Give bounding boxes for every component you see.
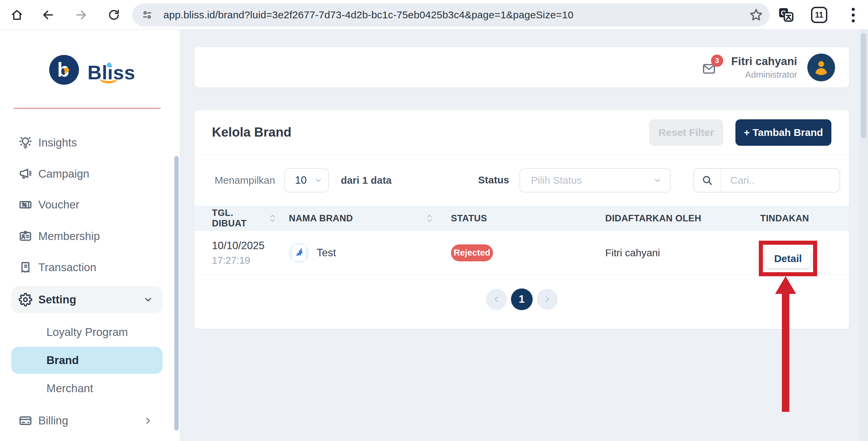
bliss-logo-icon[interactable]: b [49,55,79,85]
reload-icon[interactable] [106,7,122,23]
sidebar-item-label: Billing [38,414,68,427]
bird-logo-icon [293,247,305,259]
translate-icon[interactable]: G [777,6,795,24]
cell-status: Rejected [451,244,605,261]
sidebar-item-campaign[interactable]: Campaign [11,160,163,187]
page-scrollbar-thumb[interactable] [861,33,866,138]
cell-brand: Test [289,243,451,263]
sidebar-item-label: Voucher [38,198,79,211]
site-settings-icon[interactable] [141,9,153,21]
page-size-value: 10 [295,174,307,186]
notification-badge: 3 [711,55,723,67]
user-info: Fitri cahyani Administrator [731,55,797,80]
sidebar-item-membership[interactable]: Membership [11,223,163,250]
extensions-icon[interactable]: 11 [811,6,829,24]
column-header-brand: NAMA BRAND [289,213,451,224]
bookmark-star-icon[interactable] [749,8,763,22]
search-input[interactable] [721,175,840,186]
sidebar-item-voucher[interactable]: Voucher [11,191,163,218]
annotation-arrow-head [775,276,796,294]
row-date: 10/10/2025 [212,240,289,252]
search-icon[interactable] [694,174,721,186]
annotation-arrow-shaft [782,293,789,412]
back-icon[interactable] [40,7,56,23]
screen: app.bliss.id/brand?luid=3e2f2677-7d73-4d… [0,0,868,441]
status-select[interactable]: Pilih Status [519,168,671,193]
brand-logo [289,243,309,263]
home-icon[interactable] [9,7,25,23]
sidebar-item-brand[interactable]: Brand [11,347,163,374]
sidebar: b Bliss Insights Campaign Voucher Member… [0,30,180,441]
gear-icon [19,293,32,306]
detail-button[interactable]: Detail [765,249,811,268]
sort-icon[interactable] [427,214,432,223]
table-row: 10/10/2025 17:27:19 Test Rejected Fitri … [194,231,849,275]
billing-icon [19,414,32,427]
sidebar-item-label: Campaign [38,167,89,180]
showing-label: Menampilkan [215,175,275,186]
status-badge: Rejected [451,244,493,261]
panel-header: Kelola Brand Reset Filter + Tambah Brand [194,110,849,155]
column-header-date: TGL. DIBUAT [212,208,289,229]
pagination-page-1[interactable]: 1 [511,288,533,310]
sidebar-scrollbar[interactable] [174,156,179,430]
chevron-down-icon [143,295,153,305]
user-name: Fitri cahyani [731,55,797,68]
wordmark-dot [107,63,112,67]
filter-row: Menampilkan 10 dari 1 data Status Pilih … [194,155,849,206]
chevron-left-icon [492,295,500,303]
sort-icon[interactable] [270,214,275,223]
top-header-card: 3 Fitri cahyani Administrator [194,47,849,87]
pagination-next-button[interactable] [537,289,558,310]
sidebar-item-label: Insights [38,136,77,149]
annotation-highlight-box: Detail [759,241,817,276]
forward-icon[interactable] [73,7,89,23]
membership-icon [19,229,32,243]
column-header-status: STATUS [451,213,605,224]
sidebar-item-loyalty-program[interactable]: Loyalty Program [11,319,163,346]
pagination: 1 [194,288,849,310]
browser-menu-icon[interactable] [846,6,860,24]
transaction-icon [19,261,32,274]
sidebar-item-label: Merchant [46,382,93,395]
campaign-icon [19,167,32,181]
address-bar[interactable]: app.bliss.id/brand?luid=3e2f2677-7d73-4d… [132,3,770,26]
column-header-registered-by: DIDAFTARKAN OLEH [605,213,760,224]
kelola-brand-panel: Kelola Brand Reset Filter + Tambah Brand… [194,110,849,329]
chevron-right-icon [143,416,153,426]
sidebar-item-label: Brand [46,354,79,367]
chevron-down-icon [653,176,662,185]
user-role: Administrator [731,69,797,80]
sidebar-item-label: Loyalty Program [46,326,128,339]
sidebar-item-billing[interactable]: Billing [11,407,163,434]
extensions-badge: 11 [811,7,827,23]
sidebar-item-label: Setting [38,293,76,306]
page-size-select[interactable]: 10 [284,168,329,193]
sidebar-item-insights[interactable]: Insights [11,129,163,156]
sidebar-item-label: Membership [38,230,100,243]
chevron-down-icon [314,176,323,185]
sidebar-divider [14,108,161,109]
row-time: 17:27:19 [212,255,289,266]
page-title: Kelola Brand [212,125,291,140]
table-header: TGL. DIBUAT NAMA BRAND STATUS DIDAFTARKA… [194,206,849,231]
mail-icon[interactable]: 3 [701,60,718,75]
chevron-right-icon [543,295,551,303]
cell-registered-by: Fitri cahyani [605,247,760,259]
page-scrollbar[interactable] [859,30,868,441]
insights-icon [19,136,32,149]
sidebar-item-merchant[interactable]: Merchant [11,375,163,402]
voucher-icon [19,198,32,212]
search-box [693,168,840,193]
status-placeholder: Pilih Status [531,175,582,186]
add-brand-button[interactable]: + Tambah Brand [735,119,831,146]
sidebar-item-transaction[interactable]: Transaction [11,254,163,281]
pagination-prev-button[interactable] [486,289,507,310]
reset-filter-button[interactable]: Reset Filter [649,119,723,146]
avatar[interactable] [807,54,835,81]
sidebar-item-setting[interactable]: Setting [11,286,163,313]
cell-date: 10/10/2025 17:27:19 [212,240,289,266]
total-data-label: dari 1 data [341,175,392,186]
status-filter-label: Status [478,174,509,186]
row-brand-name: Test [317,247,336,259]
